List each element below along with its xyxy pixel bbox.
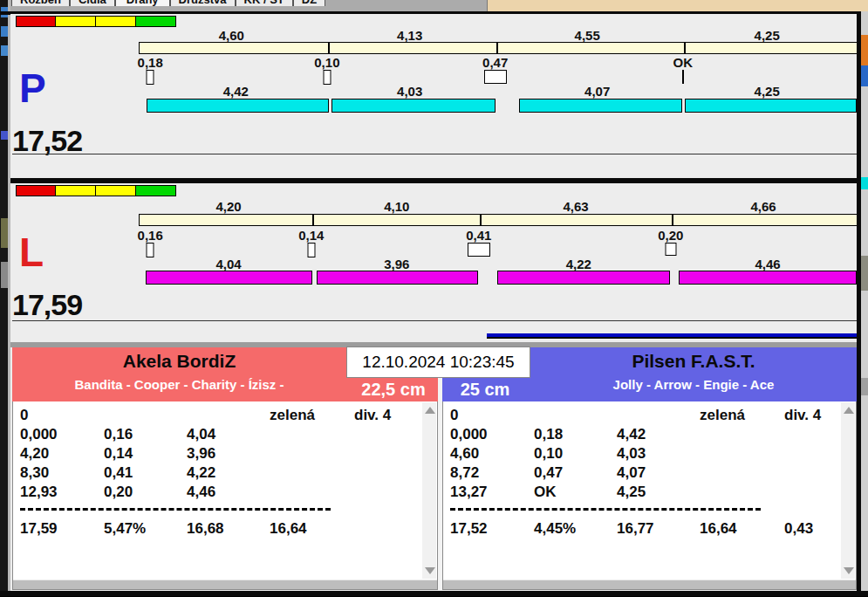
- scale-tick: [312, 215, 314, 225]
- sensor-marker: [682, 70, 684, 84]
- status-square: [96, 16, 136, 27]
- lane-total-time: 17,52: [12, 126, 82, 155]
- bottom-border: [0, 591, 868, 597]
- split-value: 12,93: [20, 484, 58, 501]
- scroll-up-icon[interactable]: [844, 407, 854, 414]
- change-time-label: 0,14: [298, 228, 324, 243]
- result-table-left[interactable]: 0zelenádiv. 40,0000,164,044,200,143,968,…: [12, 401, 438, 590]
- lane-panel-right: 4,604,134,554,250,180,100,47OK4,424,034,…: [10, 14, 858, 179]
- team-name: Akela BordiZ: [12, 351, 346, 372]
- tab-dru-stva[interactable]: Družstva: [170, 0, 236, 6]
- totals-separator: [20, 508, 331, 511]
- split-bar: [147, 99, 329, 113]
- table-scrollbar[interactable]: [841, 402, 855, 579]
- lane-bottom-line: [12, 320, 858, 321]
- tab-kk-st[interactable]: KK / ST: [236, 0, 293, 6]
- datetime-display: 12.10.2024 10:23:45: [346, 347, 530, 378]
- tab-d-[interactable]: DŽ: [293, 0, 325, 6]
- lane-panel-left: 4,204,104,634,660,160,140,410,204,043,96…: [10, 183, 858, 321]
- tab-rozb-h[interactable]: Rozběh: [11, 0, 70, 6]
- scale-tick: [480, 215, 482, 225]
- sensor-marker: [147, 243, 154, 257]
- split-value: 4,07: [617, 464, 646, 482]
- dog-time-label: 4,22: [566, 257, 591, 271]
- split-value: 0,41: [104, 464, 133, 482]
- tab--idla[interactable]: Čidla: [70, 0, 115, 6]
- desktop-background-top-strip: [487, 0, 868, 12]
- split-bar: [519, 99, 682, 113]
- desktop-icon-fragment: [861, 65, 868, 86]
- table-scrollbar[interactable]: [422, 402, 436, 579]
- scroll-down-icon[interactable]: [844, 567, 854, 574]
- split-value: 4,03: [617, 445, 646, 463]
- result-table-right[interactable]: 0zelenádiv. 40,0000,184,424,600,104,038,…: [442, 401, 857, 590]
- table-horizontal-scrollbar[interactable]: [443, 580, 856, 589]
- total-value: 17,59: [20, 520, 58, 538]
- division-label: div. 4: [784, 407, 821, 424]
- team-dogs: Bandita - Cooper - Charity - Ízisz -: [12, 377, 346, 392]
- segment-scale-bar: [139, 214, 858, 226]
- total-value: 0,43: [784, 520, 813, 538]
- desktop-background-right-strip: [861, 11, 868, 591]
- status-square: [56, 16, 96, 27]
- scale-tick: [496, 43, 498, 53]
- status-square: [56, 185, 96, 196]
- team-name: Pilsen F.A.S.T.: [530, 351, 857, 372]
- total-value: 4,45%: [534, 520, 576, 538]
- status-square: [16, 185, 56, 196]
- split-value: OK: [534, 484, 557, 501]
- split-value: 0,000: [450, 426, 488, 443]
- total-value: 16,64: [700, 520, 737, 538]
- penalty-count: 0: [450, 407, 458, 424]
- desktop-fragment: [1, 45, 8, 56]
- split-value: 4,25: [617, 484, 646, 501]
- desktop-icon-fragment: [861, 378, 868, 395]
- split-value: 8,72: [450, 464, 479, 482]
- split-value: 4,22: [187, 464, 215, 482]
- jump-height-right: 25 cm: [441, 378, 530, 401]
- split-value: 4,20: [20, 445, 49, 463]
- desktop-fragment: [1, 26, 8, 37]
- segment-scale-bar: [139, 42, 858, 54]
- desktop-fragment: [1, 131, 8, 140]
- table-horizontal-scrollbar[interactable]: [13, 580, 437, 589]
- status-label: zelená: [270, 407, 315, 424]
- dog-time-label: 4,46: [755, 257, 780, 271]
- dog-time-label: 4,04: [215, 257, 241, 271]
- change-time-label: OK: [673, 55, 694, 70]
- sensor-marker: [665, 243, 676, 256]
- totals-separator: [450, 508, 761, 511]
- split-value: 3,96: [187, 445, 215, 463]
- segment-time-label: 4,20: [215, 199, 241, 214]
- change-time-label: 0,47: [482, 55, 508, 70]
- dog-time-label: 4,25: [755, 84, 780, 99]
- dog-time-label: 3,96: [384, 257, 409, 271]
- sensor-marker: [323, 70, 331, 85]
- split-value: 0,20: [104, 484, 133, 501]
- tab-dr-hy[interactable]: Dráhy: [115, 0, 170, 6]
- division-label: div. 4: [354, 407, 391, 424]
- dog-time-label: 4,42: [223, 84, 249, 99]
- sensor-marker: [147, 70, 154, 85]
- split-bar: [685, 99, 857, 113]
- team-dogs: Jolly - Arrow - Engie - Ace: [530, 377, 857, 392]
- scroll-down-icon[interactable]: [425, 567, 435, 574]
- segment-time-label: 4,10: [384, 199, 409, 214]
- segment-time-label: 4,66: [750, 199, 776, 214]
- desktop-icon-fragment: [861, 256, 868, 291]
- status-square: [16, 16, 56, 27]
- split-bar: [679, 271, 857, 285]
- desktop-icon-fragment: [861, 177, 868, 189]
- split-value: 8,30: [20, 464, 49, 482]
- split-bar: [331, 99, 496, 113]
- change-time-label: 0,16: [138, 228, 163, 243]
- split-bar: [317, 271, 478, 285]
- segment-time-label: 4,25: [755, 28, 780, 43]
- total-value: 16,64: [270, 520, 307, 538]
- status-square: [136, 185, 176, 196]
- scroll-up-icon[interactable]: [425, 407, 435, 414]
- total-value: 16,68: [187, 520, 224, 538]
- status-square: [96, 185, 136, 196]
- split-value: 13,27: [450, 484, 488, 501]
- status-squares: [16, 16, 176, 27]
